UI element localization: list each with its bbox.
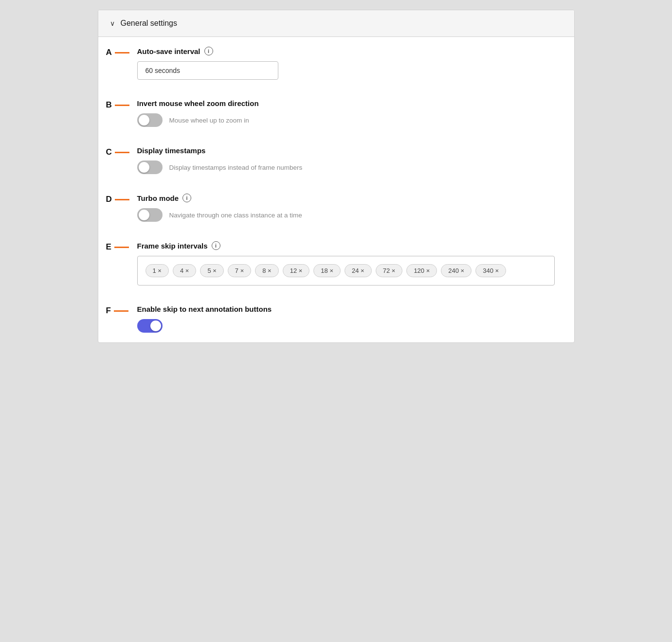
setting-A: A Auto-save interval i	[98, 37, 574, 89]
letter-indicator-A: A	[106, 48, 129, 57]
frame-skip-chips-container: 1 ×4 ×5 ×7 ×8 ×12 ×18 ×24 ×72 ×120 ×240 …	[137, 256, 555, 285]
orange-bar-F	[114, 310, 128, 312]
toggle-row-D: Navigate through one class instance at a…	[137, 208, 555, 222]
invert-zoom-slider	[137, 113, 163, 127]
setting-heading-A: Auto-save interval i	[137, 47, 555, 55]
skip-chip[interactable]: 5 ×	[200, 264, 223, 277]
display-timestamps-slider	[137, 160, 163, 174]
skip-chip[interactable]: 1 ×	[145, 264, 169, 277]
letter-indicator-F: F	[106, 306, 128, 316]
toggle-row-C: Display timestamps instead of frame numb…	[137, 160, 555, 174]
settings-panel: ∨ General settings A Auto-save interval …	[98, 10, 575, 343]
letter-F: F	[106, 306, 111, 316]
letter-indicator-E: E	[106, 242, 129, 252]
collapse-chevron-icon[interactable]: ∨	[110, 19, 115, 27]
setting-title-F: Enable skip to next annotation buttons	[137, 305, 272, 313]
invert-zoom-toggle[interactable]	[137, 113, 163, 127]
skip-chip[interactable]: 7 ×	[228, 264, 251, 277]
letter-E: E	[106, 242, 111, 252]
letter-indicator-B: B	[106, 100, 129, 110]
setting-heading-C: Display timestamps	[137, 146, 555, 155]
setting-heading-E: Frame skip intervals i	[137, 241, 555, 250]
skip-chip[interactable]: 18 ×	[313, 264, 341, 277]
letter-indicator-C: C	[106, 147, 129, 157]
letter-A: A	[106, 48, 112, 57]
setting-F: F Enable skip to next annotation buttons	[98, 295, 574, 342]
settings-body: A Auto-save interval i B Invert mouse wh…	[98, 37, 574, 342]
setting-heading-F: Enable skip to next annotation buttons	[137, 305, 555, 313]
toggle-row-B: Mouse wheel up to zoom in	[137, 113, 555, 127]
letter-B: B	[106, 100, 112, 110]
setting-C: C Display timestamps Display timestamps …	[98, 137, 574, 184]
letter-C: C	[106, 147, 112, 157]
skip-chip[interactable]: 8 ×	[255, 264, 278, 277]
skip-chip[interactable]: 240 ×	[441, 264, 472, 277]
info-icon-E[interactable]: i	[212, 241, 220, 250]
orange-bar-D	[115, 199, 129, 200]
panel-header[interactable]: ∨ General settings	[98, 10, 574, 37]
setting-title-D: Turbo mode	[137, 194, 179, 202]
skip-chip[interactable]: 120 ×	[406, 264, 437, 277]
skip-chip[interactable]: 12 ×	[283, 264, 310, 277]
setting-title-C: Display timestamps	[137, 146, 206, 155]
panel-title: General settings	[121, 19, 178, 28]
display-timestamps-description: Display timestamps instead of frame numb…	[169, 164, 303, 171]
orange-bar-C	[115, 152, 129, 153]
letter-indicator-D: D	[106, 195, 129, 204]
setting-title-A: Auto-save interval	[137, 47, 200, 55]
turbo-mode-slider	[137, 208, 163, 222]
setting-D: D Turbo mode i Navigate through one clas…	[98, 184, 574, 232]
orange-bar-B	[115, 105, 129, 106]
turbo-mode-description: Navigate through one class instance at a…	[169, 212, 302, 219]
setting-title-E: Frame skip intervals	[137, 242, 208, 250]
turbo-mode-toggle[interactable]	[137, 208, 163, 222]
skip-annotation-toggle[interactable]	[137, 319, 163, 333]
auto-save-interval-input[interactable]	[137, 61, 278, 80]
skip-chip[interactable]: 4 ×	[173, 264, 196, 277]
info-icon-D[interactable]: i	[182, 194, 191, 202]
toggle-row-F	[137, 319, 555, 333]
invert-zoom-description: Mouse wheel up to zoom in	[169, 117, 249, 124]
skip-chip[interactable]: 72 ×	[376, 264, 403, 277]
skip-chip[interactable]: 340 ×	[475, 264, 506, 277]
orange-bar-E	[114, 247, 129, 248]
setting-B: B Invert mouse wheel zoom direction Mous…	[98, 89, 574, 137]
display-timestamps-toggle[interactable]	[137, 160, 163, 174]
skip-chip[interactable]: 24 ×	[345, 264, 372, 277]
setting-heading-B: Invert mouse wheel zoom direction	[137, 99, 555, 107]
info-icon-A[interactable]: i	[204, 47, 213, 55]
letter-D: D	[106, 195, 112, 204]
orange-bar-A	[115, 52, 129, 54]
setting-E: E Frame skip intervals i 1 ×4 ×5 ×7 ×8 ×…	[98, 232, 574, 295]
setting-heading-D: Turbo mode i	[137, 194, 555, 202]
setting-title-B: Invert mouse wheel zoom direction	[137, 99, 259, 107]
skip-annotation-slider	[137, 319, 163, 333]
